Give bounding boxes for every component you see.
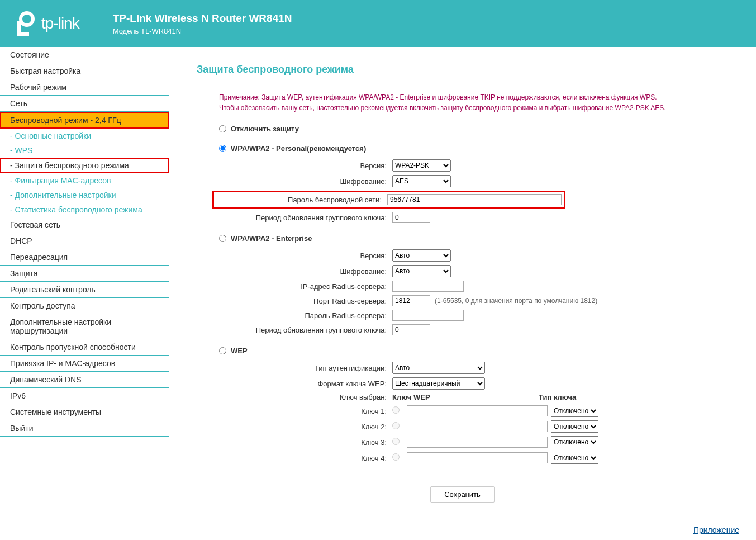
wpa-ent-encryption-label: Шифрование: xyxy=(219,267,392,276)
wep-key-type-select-3[interactable]: Отключено xyxy=(551,436,598,448)
sidebar-item-13[interactable]: Переадресация xyxy=(0,249,169,266)
svg-point-0 xyxy=(21,13,33,25)
wep-key-radio-1[interactable] xyxy=(392,406,400,414)
wep-key-row-1: Ключ 1:Отключено xyxy=(219,405,728,417)
sidebar-item-5[interactable]: - Основные настройки xyxy=(0,129,169,143)
wpa-ent-version-label: Версия: xyxy=(219,252,392,260)
wpa-personal-encryption-label: Шифрование: xyxy=(219,177,392,186)
sidebar-item-8[interactable]: - Фильтрация MAC-адресов xyxy=(0,173,169,188)
sidebar-item-22[interactable]: Системные инструменты xyxy=(0,404,169,420)
wpa-personal-encryption-select[interactable]: AES xyxy=(392,175,451,187)
sidebar-item-16[interactable]: Контроль доступа xyxy=(0,298,169,314)
radio-wpa-enterprise[interactable] xyxy=(219,235,226,242)
product-title: TP-Link Wireless N Router WR841N xyxy=(113,12,292,25)
sidebar-item-6[interactable]: - WPS xyxy=(0,143,169,158)
wpa-personal-version-select[interactable]: WPA2-PSK xyxy=(392,159,451,172)
sidebar-item-11[interactable]: Гостевая сеть xyxy=(0,217,169,233)
brand-text: tp-link xyxy=(41,15,79,32)
wpa-ent-encryption-select[interactable]: Авто xyxy=(392,265,451,277)
sidebar-item-9[interactable]: - Дополнительные настройки xyxy=(0,188,169,202)
wep-key-label-1: Ключ 1: xyxy=(219,407,392,415)
wep-selected-label: Ключ выбран: xyxy=(219,393,392,401)
sidebar-item-10[interactable]: - Статистика беспроводного режима xyxy=(0,202,169,217)
wpa-ent-groupkey-input[interactable] xyxy=(392,324,430,335)
wpa-personal-groupkey-label: Период обновления группового ключа: xyxy=(219,214,392,222)
header: tp-link TP-Link Wireless N Router WR841N… xyxy=(0,0,756,47)
svg-rect-2 xyxy=(17,32,29,36)
radius-password-label: Пароль Radius-сервера: xyxy=(219,311,392,320)
wpa-personal-version-label: Версия: xyxy=(219,162,392,170)
wep-key-row-3: Ключ 3:Отключено xyxy=(219,436,728,448)
radius-port-label: Порт Radius-сервера: xyxy=(219,297,392,305)
sidebar-item-0[interactable]: Состояние xyxy=(0,47,169,63)
wep-key-input-4[interactable] xyxy=(407,452,548,463)
radius-ip-label: IP-адрес Radius-сервера: xyxy=(219,282,392,291)
brand-logo: tp-link xyxy=(10,10,79,37)
wpa-enterprise-title: WPA/WPA2 - Enterprise xyxy=(231,234,312,243)
notice-line-1: Примечание: Защита WEP, аутентификация W… xyxy=(219,92,728,103)
sidebar-item-21[interactable]: IPv6 xyxy=(0,388,169,404)
sidebar-item-1[interactable]: Быстрая настройка xyxy=(0,63,169,79)
sidebar-item-20[interactable]: Динамический DNS xyxy=(0,372,169,388)
wep-key-row-4: Ключ 4:Отключено xyxy=(219,452,728,464)
wep-key-input-3[interactable] xyxy=(407,437,548,448)
notice-block: Примечание: Защита WEP, аутентификация W… xyxy=(197,92,728,113)
notice-line-2: Чтобы обезопасить вашу сеть, настоятельн… xyxy=(219,103,728,113)
radius-port-hint: (1-65535, 0 для значения порта по умолча… xyxy=(435,297,597,305)
wep-key-radio-3[interactable] xyxy=(392,438,400,445)
sidebar-item-18[interactable]: Контроль пропускной способности xyxy=(0,339,169,356)
radio-wpa-personal[interactable] xyxy=(219,145,226,152)
disable-security-label: Отключить защиту xyxy=(231,125,299,133)
wep-col-key-header: Ключ WEP xyxy=(392,393,539,401)
sidebar-item-23[interactable]: Выйти xyxy=(0,420,169,437)
radio-disable-security[interactable] xyxy=(219,125,226,132)
radius-ip-input[interactable] xyxy=(392,281,464,292)
sidebar-nav: СостояниеБыстрая настройкаРабочий режимС… xyxy=(0,47,169,540)
radio-wep[interactable] xyxy=(219,347,226,354)
wep-key-type-select-4[interactable]: Отключено xyxy=(551,452,598,464)
wep-auth-select[interactable]: Авто xyxy=(392,362,485,374)
wep-key-input-2[interactable] xyxy=(407,421,548,432)
page-title: Защита беспроводного режима xyxy=(197,64,728,75)
sidebar-item-4[interactable]: Беспроводной режим - 2,4 ГГц xyxy=(0,112,169,129)
app-link[interactable]: Приложение xyxy=(693,525,739,534)
product-model: Модель TL-WR841N xyxy=(113,27,292,35)
sidebar-item-17[interactable]: Дополнительные настройки маршрутизации xyxy=(0,314,169,339)
sidebar-item-15[interactable]: Родительский контроль xyxy=(0,282,169,298)
wep-key-radio-4[interactable] xyxy=(392,453,400,461)
wep-format-select[interactable]: Шестнадцатеричный xyxy=(392,377,485,390)
wpa-personal-password-label: Пароль беспроводной сети: xyxy=(216,196,387,204)
save-button[interactable]: Сохранить xyxy=(430,486,495,503)
radius-password-input[interactable] xyxy=(392,310,464,321)
sidebar-item-12[interactable]: DHCP xyxy=(0,233,169,249)
wep-key-radio-2[interactable] xyxy=(392,422,400,429)
wep-key-label-2: Ключ 2: xyxy=(219,423,392,431)
password-highlighted-row: Пароль беспроводной сети: xyxy=(212,191,565,209)
wpa-ent-version-select[interactable]: Авто xyxy=(392,249,451,262)
wep-key-input-1[interactable] xyxy=(407,405,548,416)
sidebar-item-19[interactable]: Привязка IP- и MAC-адресов xyxy=(0,356,169,372)
wpa-personal-title: WPA/WPA2 - Personal(рекомендуется) xyxy=(231,144,366,153)
wpa-ent-groupkey-label: Период обновления группового ключа: xyxy=(219,326,392,334)
wep-auth-label: Тип аутентификации: xyxy=(219,364,392,372)
wpa-personal-password-input[interactable] xyxy=(387,194,562,205)
wep-key-type-select-1[interactable]: Отключено xyxy=(551,405,598,417)
tplink-logo-icon xyxy=(10,10,37,37)
wep-key-type-select-2[interactable]: Отключено xyxy=(551,420,598,433)
wpa-personal-groupkey-input[interactable] xyxy=(392,212,430,223)
sidebar-item-7[interactable]: - Защита беспроводного режима xyxy=(0,158,169,173)
wep-key-row-2: Ключ 2:Отключено xyxy=(219,420,728,433)
wep-key-label-3: Ключ 3: xyxy=(219,438,392,447)
wep-format-label: Формат ключа WEP: xyxy=(219,380,392,388)
main-content: Защита беспроводного режима Примечание: … xyxy=(169,47,756,540)
radius-port-input[interactable] xyxy=(392,295,430,306)
wep-key-label-4: Ключ 4: xyxy=(219,454,392,462)
header-title-block: TP-Link Wireless N Router WR841N Модель … xyxy=(113,12,292,35)
sidebar-item-3[interactable]: Сеть xyxy=(0,96,169,112)
wep-col-type-header: Тип ключа xyxy=(539,393,576,401)
sidebar-item-14[interactable]: Защита xyxy=(0,266,169,282)
sidebar-item-2[interactable]: Рабочий режим xyxy=(0,79,169,96)
wep-title: WEP xyxy=(231,347,248,355)
